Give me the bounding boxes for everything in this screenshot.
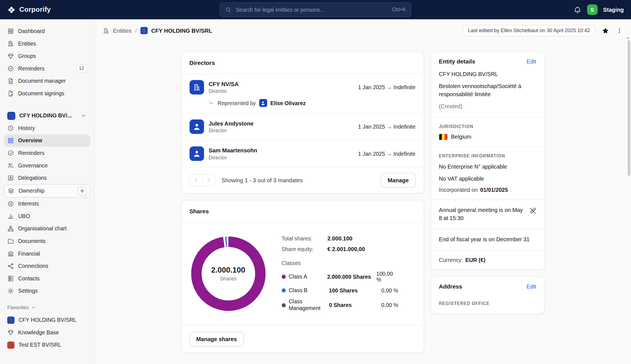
notifications-bell-icon[interactable] (573, 6, 581, 14)
breadcrumb-entities[interactable]: Entities (113, 27, 131, 34)
favorite-item-knowledge-base[interactable]: Knowledge Base (4, 326, 90, 339)
director-row: Jules Andystone Director 1 Jan 2025 → In… (181, 114, 423, 140)
environment-label: Staging (603, 6, 624, 13)
corner-down-right-icon (208, 100, 214, 106)
sidebar-item-reminders[interactable]: Reminders 12 (4, 62, 90, 75)
director-name[interactable]: Jules Andystone (209, 120, 253, 126)
sidebar-item-overview[interactable]: Overview (4, 134, 90, 147)
edit-address-link[interactable]: Edit (526, 283, 536, 290)
person-icon (192, 149, 201, 158)
sidebar-item-financial[interactable]: Financial (4, 247, 90, 260)
delegations-icon (7, 174, 14, 181)
entity-icon (7, 316, 15, 324)
directors-card: Directors CFY NV/SA Director 1 J (181, 51, 424, 193)
jurisdiction-label: JURISDICTION (439, 124, 536, 129)
sidebar-item-dashboard[interactable]: Dashboard (4, 25, 90, 37)
last-edited-pill: Last edited by Ellen Stichelbaut on 30 A… (463, 25, 595, 36)
pen-slash-icon[interactable] (529, 207, 536, 214)
search-input[interactable] (235, 6, 388, 13)
sidebar-item-document-signings[interactable]: Document signings (4, 87, 90, 100)
knowledge-base-icon (7, 329, 14, 336)
next-page-button[interactable] (202, 174, 215, 186)
sidebar-item-history[interactable]: History (4, 122, 90, 134)
user-avatar[interactable]: S (587, 4, 597, 15)
manage-directors-button[interactable]: Manage (381, 173, 416, 188)
overview-icon (7, 137, 14, 144)
edit-entity-details-link[interactable]: Edit (526, 58, 536, 65)
director-row: CFY NV/SA Director 1 Jan 2025 → Indefini… (181, 74, 423, 114)
sidebar-item-ubo[interactable]: UBO (4, 210, 90, 223)
sidebar-item-delegations[interactable]: Delegations (4, 172, 90, 184)
representative-name[interactable]: Elise Olivarez (270, 100, 306, 106)
sidebar-item-governance[interactable]: Governance (4, 159, 90, 172)
favorites-header[interactable]: Favorites (7, 304, 87, 311)
donut-total-value: 2.000.100 (211, 266, 245, 275)
entities-icon (103, 27, 109, 34)
shares-donut-chart: 2.000.100 Shares (191, 237, 265, 311)
documents-icon (7, 238, 14, 244)
shares-title: Shares (181, 200, 423, 223)
sidebar-item-groups[interactable]: Groups (4, 50, 90, 62)
registered-office-label: REGISTERED OFFICE (439, 301, 536, 306)
brand-name: Corporify (19, 6, 51, 14)
add-ownership-button[interactable] (78, 186, 87, 195)
app-root: Corporify Ctrl+K S Staging Dashboard Ent… (0, 0, 631, 364)
sidebar-item-contacts[interactable]: Contacts (4, 272, 90, 285)
interests-icon (7, 200, 14, 207)
more-options-icon[interactable] (616, 27, 623, 34)
entity-icon (7, 112, 15, 120)
sidebar-item-document-manager[interactable]: Document manager (4, 75, 90, 88)
building-icon (8, 342, 14, 348)
breadcrumb: Entities / CFY HOLDING BV/SRL (103, 27, 212, 34)
entity-avatar (189, 80, 204, 94)
agm-info: Annual general meeting is on May 8 at 15… (439, 206, 525, 223)
governance-icon (7, 162, 14, 169)
search-icon (225, 6, 231, 13)
sidebar-item-entity-reminders[interactable]: Reminders (4, 147, 90, 159)
brand-logo[interactable]: Corporify (7, 5, 51, 14)
person-icon (260, 100, 266, 106)
favorite-item-test-est[interactable]: Test EST BV/SRL (4, 339, 90, 351)
scrollbar-up-arrow[interactable] (627, 37, 630, 39)
mandate-period: 1 Jan 2025 → Indefinite (358, 124, 415, 130)
share-class-row: Class A 2.000.000 Shares 100,00 % (281, 271, 398, 283)
scrollbar-thumb[interactable] (628, 40, 630, 176)
director-name[interactable]: Sam Maartensohn (209, 147, 257, 153)
vat-status: No VAT applicable (439, 175, 536, 183)
classes-label: Classes (281, 260, 398, 266)
sidebar-item-connections[interactable]: Connections (4, 260, 90, 272)
sidebar-item-ownership[interactable]: Ownership (4, 184, 90, 197)
director-name[interactable]: CFY NV/SA (209, 81, 239, 87)
document-signings-icon (7, 90, 14, 97)
donut-total-label: Shares (220, 275, 236, 282)
chevron-left-icon (193, 177, 199, 183)
sidebar-item-settings[interactable]: Settings (4, 285, 90, 297)
favorite-star-icon[interactable] (602, 27, 609, 34)
currency-row: Currency: EUR (€) (439, 257, 536, 263)
building-icon (192, 83, 201, 91)
groups-icon (7, 53, 14, 59)
favorite-item-cfy-holding[interactable]: CFY HOLDING BV/SRL (4, 314, 90, 326)
entities-icon (7, 40, 14, 47)
entity-selector[interactable]: CFY HOLDING BV/... (4, 109, 90, 122)
prev-page-button[interactable] (190, 174, 202, 186)
share-class-row: Class B 100 Shares 0,00 % (281, 287, 398, 294)
class-management-dot (281, 303, 285, 307)
director-role: Director (209, 154, 257, 160)
sidebar-item-interests[interactable]: Interests (4, 197, 90, 210)
sidebar-item-documents[interactable]: Documents (4, 235, 90, 247)
breadcrumb-current[interactable]: CFY HOLDING BV/SRL (151, 27, 212, 34)
top-bar: Corporify Ctrl+K S Staging (0, 0, 631, 19)
manage-shares-button[interactable]: Manage shares (189, 332, 244, 346)
person-avatar (189, 146, 204, 161)
ubo-icon (7, 213, 14, 219)
pagination-controls (189, 174, 215, 186)
chevron-down-icon (31, 305, 36, 310)
sidebar-item-entities[interactable]: Entities (4, 37, 90, 50)
sidebar-item-organisational-chart[interactable]: Organisational chart (4, 223, 90, 235)
breadcrumb-separator: / (135, 27, 137, 34)
global-search[interactable]: Ctrl+K (220, 3, 411, 17)
sidebar: Dashboard Entities Groups Reminders 12 D… (0, 19, 95, 364)
share-equity-label: Share equity: (281, 246, 327, 252)
enterprise-info-label: ENTERPRISE INFORMATION (439, 153, 536, 158)
